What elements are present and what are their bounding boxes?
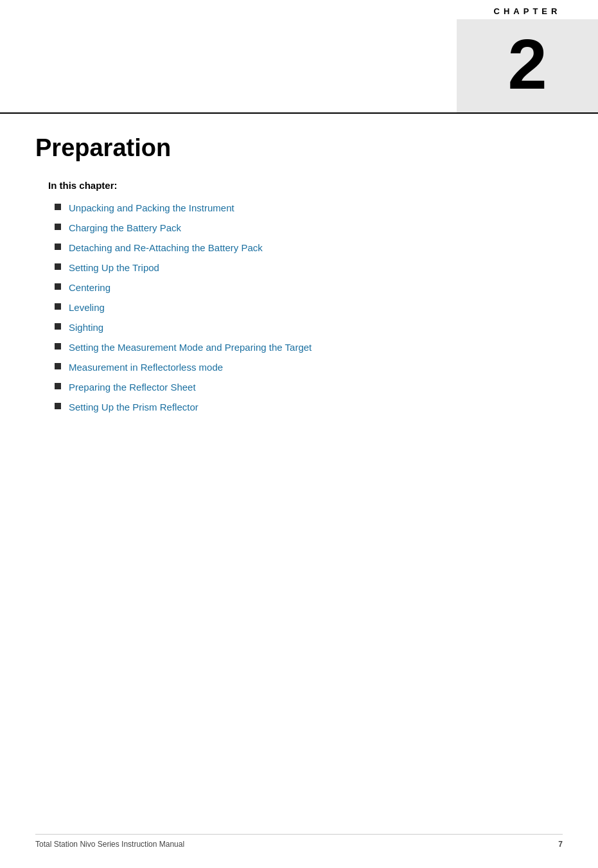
bullet-icon — [55, 283, 61, 290]
bullet-icon — [55, 343, 61, 350]
bullet-icon — [55, 363, 61, 369]
top-border-line — [0, 112, 598, 114]
list-item-leveling: Leveling — [55, 301, 563, 314]
chapter-label: CHAPTER — [457, 0, 598, 19]
in-this-chapter-section: In this chapter: Unpacking and Packing t… — [48, 180, 563, 414]
list-item-reflectorless: Measurement in Reflectorless mode — [55, 360, 563, 374]
list-item-detaching: Detaching and Re-Attaching the Battery P… — [55, 241, 563, 254]
link-centering[interactable]: Centering — [69, 281, 110, 294]
list-item-unpacking: Unpacking and Packing the Instrument — [55, 201, 563, 215]
bullet-icon — [55, 383, 61, 389]
bullet-icon — [55, 323, 61, 330]
page-title: Preparation — [35, 135, 563, 162]
list-item-charging: Charging the Battery Pack — [55, 221, 563, 235]
bullet-icon — [55, 244, 61, 250]
link-sighting[interactable]: Sighting — [69, 321, 103, 334]
link-reflector-sheet[interactable]: Preparing the Reflector Sheet — [69, 380, 196, 394]
footer-page-number: 7 — [558, 840, 563, 849]
chapter-number-box: 2 — [457, 19, 598, 112]
main-content: Preparation In this chapter: Unpacking a… — [35, 135, 563, 420]
footer-text: Total Station Nivo Series Instruction Ma… — [35, 840, 184, 849]
list-item-tripod: Setting Up the Tripod — [55, 261, 563, 274]
bullet-icon — [55, 263, 61, 270]
bullet-icon — [55, 403, 61, 409]
link-tripod[interactable]: Setting Up the Tripod — [69, 261, 159, 274]
chapter-header: CHAPTER 2 — [457, 0, 598, 112]
list-item-measurement-mode: Setting the Measurement Mode and Prepari… — [55, 341, 563, 354]
list-item-sighting: Sighting — [55, 321, 563, 334]
bullet-icon — [55, 204, 61, 210]
chapter-list: Unpacking and Packing the Instrument Cha… — [55, 201, 563, 414]
link-measurement-mode[interactable]: Setting the Measurement Mode and Prepari… — [69, 341, 312, 354]
list-item-prism-reflector: Setting Up the Prism Reflector — [55, 400, 563, 414]
in-this-chapter-label: In this chapter: — [48, 180, 563, 191]
list-item-centering: Centering — [55, 281, 563, 294]
link-charging[interactable]: Charging the Battery Pack — [69, 221, 181, 235]
list-item-reflector-sheet: Preparing the Reflector Sheet — [55, 380, 563, 394]
bullet-icon — [55, 303, 61, 310]
chapter-number: 2 — [507, 29, 547, 100]
page-footer: Total Station Nivo Series Instruction Ma… — [35, 834, 563, 849]
page-container: CHAPTER 2 Preparation In this chapter: U… — [0, 0, 598, 868]
bullet-icon — [55, 224, 61, 230]
link-unpacking[interactable]: Unpacking and Packing the Instrument — [69, 201, 234, 215]
link-detaching[interactable]: Detaching and Re-Attaching the Battery P… — [69, 241, 263, 254]
link-leveling[interactable]: Leveling — [69, 301, 105, 314]
link-reflectorless[interactable]: Measurement in Reflectorless mode — [69, 360, 223, 374]
link-prism-reflector[interactable]: Setting Up the Prism Reflector — [69, 400, 198, 414]
